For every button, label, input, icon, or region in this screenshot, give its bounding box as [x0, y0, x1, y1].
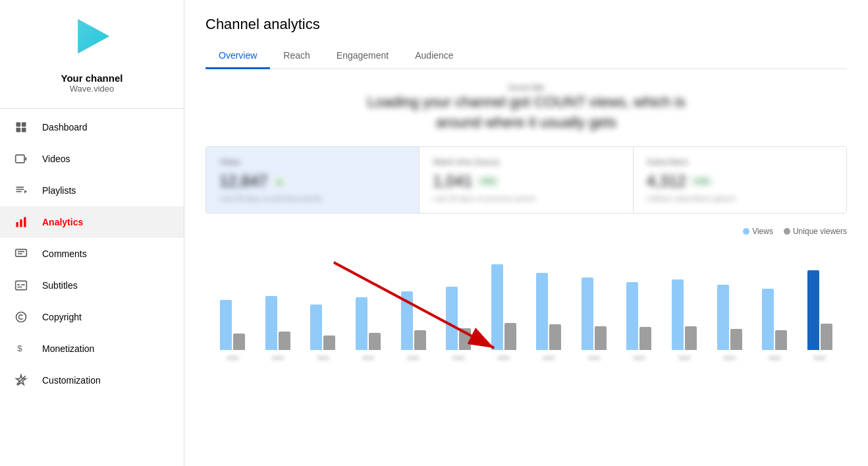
bar-group: ●●●	[664, 245, 705, 361]
bar-views	[626, 282, 638, 350]
tab-engagement[interactable]: Engagement	[323, 44, 402, 69]
copyright-icon	[13, 309, 29, 325]
bar-views	[265, 296, 277, 350]
bar-views	[220, 300, 232, 349]
svg-rect-4	[22, 128, 26, 132]
svg-marker-0	[78, 19, 109, 54]
svg-rect-11	[16, 222, 18, 227]
bar-gray	[279, 332, 290, 349]
svg-rect-17	[16, 281, 27, 289]
bar-group: ●●●	[483, 245, 524, 361]
svg-rect-8	[16, 189, 24, 190]
sidebar-item-videos[interactable]: Videos	[0, 143, 184, 175]
bar-gray	[233, 334, 245, 350]
bar-label: ●●●	[408, 354, 420, 361]
comments-icon	[13, 246, 29, 262]
svg-point-21	[16, 312, 26, 322]
tab-reach[interactable]: Reach	[270, 44, 323, 69]
stat-card-subscribers: Subscribers 4,312 +2% Lifetime subscribe…	[634, 147, 846, 213]
bar-label: ●●●	[588, 354, 600, 361]
channel-sub: Wave.video	[70, 84, 114, 94]
bar-gray	[730, 329, 742, 349]
legend-views-dot	[743, 228, 749, 235]
svg-rect-3	[16, 128, 21, 132]
sidebar-logo	[69, 13, 115, 73]
tab-overview[interactable]: Overview	[205, 44, 270, 69]
sidebar-item-copyright[interactable]: Copyright	[0, 301, 184, 333]
subtitles-icon	[13, 277, 29, 293]
bar-label: ●●●	[362, 354, 374, 361]
bar-views	[446, 287, 458, 350]
sidebar-item-dashboard[interactable]: Dashboard	[0, 111, 184, 143]
bar-chart: ●●●●●●●●●●●●●●●●●●●●●●●●●●●●●●●●●●●●●●●●…	[205, 243, 847, 361]
bar-gray	[775, 330, 787, 350]
comments-label: Comments	[42, 248, 87, 259]
chart-legend: Views Unique viewers	[205, 227, 847, 236]
bar-gray	[459, 328, 471, 350]
analytics-label: Analytics	[42, 217, 83, 227]
bar-label: ●●●	[724, 354, 736, 361]
summary-subtitle: Good title	[205, 82, 847, 92]
summary-headline: Loading your channel got COUNT views, wh…	[205, 92, 847, 133]
stat-watchtime-label: Watch time (hours)	[433, 158, 619, 167]
legend-views-label: Views	[752, 227, 773, 236]
bar-gray	[595, 326, 607, 350]
bar-label: ●●●	[498, 354, 510, 361]
bar-label: ●●●	[543, 354, 555, 361]
tab-audience[interactable]: Audience	[402, 44, 466, 69]
bar-gray	[685, 326, 697, 350]
bar-gray	[414, 330, 426, 350]
sidebar-item-comments[interactable]: Comments	[0, 238, 184, 270]
stat-views-label: Views	[219, 158, 406, 167]
sidebar-item-monetization[interactable]: $ Monetization	[0, 333, 184, 364]
sidebar-item-analytics[interactable]: Analytics	[0, 206, 184, 238]
bar-group: ●●●	[348, 245, 389, 361]
bar-group: ●●●	[618, 245, 660, 361]
bar-label: ●●●	[769, 354, 780, 361]
svg-rect-13	[24, 218, 26, 227]
bar-gray	[821, 324, 832, 350]
copyright-label: Copyright	[42, 312, 82, 322]
stat-watchtime-value: 1,041 +5%	[433, 172, 619, 190]
subtitles-label: Subtitles	[42, 280, 78, 291]
sidebar: Your channel Wave.video Dashboard Videos…	[0, 0, 184, 466]
playlists-icon	[13, 183, 29, 198]
legend-unique: Unique viewers	[784, 227, 847, 236]
playlists-label: Playlists	[42, 185, 76, 196]
bar-gray	[504, 323, 516, 350]
videos-label: Videos	[42, 154, 70, 164]
chart-area: ●●●●●●●●●●●●●●●●●●●●●●●●●●●●●●●●●●●●●●●●…	[205, 243, 847, 388]
monetization-icon: $	[13, 341, 29, 357]
bar-label: ●●●	[452, 354, 464, 361]
svg-rect-5	[16, 155, 24, 163]
sidebar-item-playlists[interactable]: Playlists	[0, 175, 184, 206]
bar-group: ●●●	[754, 245, 796, 361]
sidebar-item-customization[interactable]: Customization	[0, 364, 184, 396]
bar-gray	[369, 333, 381, 350]
bar-views	[717, 285, 729, 350]
svg-rect-1	[16, 123, 21, 127]
bar-views	[762, 289, 774, 350]
bar-gray	[323, 335, 335, 350]
svg-rect-14	[16, 249, 27, 256]
bar-group: ●●●	[574, 245, 615, 361]
bar-views	[672, 279, 684, 350]
bar-views	[401, 291, 413, 350]
stat-subscribers-value: 4,312 +2%	[647, 172, 833, 190]
bar-label: ●●●	[633, 354, 645, 361]
analytics-icon	[13, 214, 29, 230]
sidebar-item-subtitles[interactable]: Subtitles	[0, 270, 184, 301]
customization-icon	[13, 372, 29, 388]
channel-name: Your channel	[61, 73, 123, 84]
stat-watchtime-sub: Last 28 days vs previous period	[433, 194, 619, 202]
bar-group: ●●●	[528, 245, 570, 361]
bar-label: ●●●	[814, 354, 826, 361]
bar-label: ●●●	[317, 354, 329, 361]
bar-views	[491, 264, 503, 350]
videos-icon	[13, 151, 29, 167]
stat-subscribers-sub: Lifetime subscribers gained	[647, 194, 833, 202]
bar-label: ●●●	[227, 354, 238, 361]
bar-views	[536, 273, 548, 349]
customization-label: Customization	[42, 375, 101, 386]
legend-unique-dot	[784, 228, 790, 235]
